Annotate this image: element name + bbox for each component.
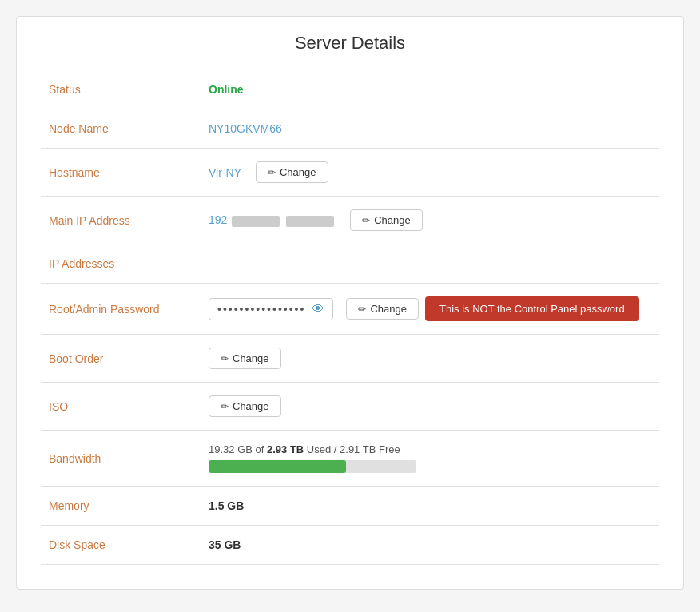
iso-change-button[interactable]: Change (209, 395, 281, 417)
pencil-icon-iso (221, 400, 229, 412)
nodename-text: NY10GKVM66 (209, 122, 282, 135)
ip-value: 192 Change (201, 197, 659, 244)
ip-label: Main IP Address (41, 197, 201, 244)
bandwidth-bar-background (209, 460, 416, 473)
iso-change-label: Change (233, 400, 269, 412)
table-row-password: Root/Admin Password •••••••••••••••• 👁 C… (41, 284, 659, 335)
ip-addresses-label: IP Addresses (41, 244, 201, 284)
table-row-bandwidth: Bandwidth 19.32 GB of 2.93 TB Used / 2.9… (41, 431, 659, 487)
bandwidth-used-text: 19.32 GB of (209, 443, 267, 455)
disk-value: 35 GB (201, 526, 659, 565)
table-row-status: Status Online (41, 70, 659, 109)
disk-label: Disk Space (41, 526, 201, 565)
hostname-label: Hostname (41, 149, 201, 197)
status-value: Online (201, 70, 659, 109)
status-online-text: Online (209, 83, 244, 96)
password-dots: •••••••••••••••• (217, 303, 305, 316)
table-row-memory: Memory 1.5 GB (41, 487, 659, 526)
memory-text: 1.5 GB (209, 499, 244, 512)
password-change-button[interactable]: Change (346, 298, 419, 320)
ip-blurred-1 (232, 216, 280, 227)
ip-addresses-value (201, 244, 659, 284)
table-row-ip: Main IP Address 192 Change (41, 197, 659, 244)
iso-value: Change (201, 383, 659, 431)
bandwidth-suffix: Used / 2.91 TB Free (304, 443, 400, 455)
iso-label: ISO (41, 383, 201, 431)
pencil-icon-pw (358, 303, 366, 315)
ip-blurred-2 (286, 216, 334, 227)
nodename-label: Node Name (41, 109, 201, 149)
memory-value: 1.5 GB (201, 487, 659, 526)
password-field-wrapper: •••••••••••••••• 👁 (209, 298, 333, 320)
pencil-icon-ip (362, 214, 370, 226)
hostname-value: Vir-NY Change (201, 149, 659, 197)
bandwidth-bar-fill (209, 460, 346, 473)
server-details-panel: Server Details Status Online Node Name N… (16, 16, 684, 590)
bandwidth-text: 19.32 GB of 2.93 TB Used / 2.91 TB Free (209, 443, 651, 455)
eye-icon[interactable]: 👁 (312, 302, 324, 316)
table-row-iso: ISO Change (41, 383, 659, 431)
password-warning-button[interactable]: This is NOT the Control Panel password (425, 296, 639, 321)
boot-change-button[interactable]: Change (209, 348, 281, 369)
bandwidth-bold: 2.93 TB (267, 443, 304, 455)
status-label: Status (41, 70, 201, 109)
hostname-change-button[interactable]: Change (256, 161, 328, 183)
table-row-nodename: Node Name NY10GKVM66 (41, 109, 659, 149)
boot-value: Change (201, 335, 659, 383)
ip-change-label: Change (374, 214, 411, 226)
bandwidth-value: 19.32 GB of 2.93 TB Used / 2.91 TB Free (201, 431, 659, 487)
bandwidth-label: Bandwidth (41, 431, 201, 487)
table-row-boot: Boot Order Change (41, 335, 659, 383)
password-value: •••••••••••••••• 👁 Change This is NOT th… (201, 284, 659, 335)
pencil-icon (268, 166, 276, 178)
page-title: Server Details (41, 33, 659, 54)
ip-change-button[interactable]: Change (350, 209, 423, 231)
table-row-hostname: Hostname Vir-NY Change (41, 149, 659, 197)
table-row-ip-addresses: IP Addresses (41, 244, 659, 284)
details-table: Status Online Node Name NY10GKVM66 Hostn… (41, 70, 659, 565)
ip-text: 192 (209, 213, 336, 226)
pencil-icon-boot (221, 352, 229, 364)
memory-label: Memory (41, 487, 201, 526)
password-label: Root/Admin Password (41, 284, 201, 335)
nodename-value: NY10GKVM66 (201, 109, 659, 149)
boot-change-label: Change (233, 352, 269, 364)
hostname-change-label: Change (280, 166, 316, 178)
table-row-disk: Disk Space 35 GB (41, 526, 659, 565)
password-change-label: Change (370, 303, 407, 315)
boot-label: Boot Order (41, 335, 201, 383)
hostname-text: Vir-NY (209, 166, 241, 179)
disk-text: 35 GB (209, 538, 241, 551)
